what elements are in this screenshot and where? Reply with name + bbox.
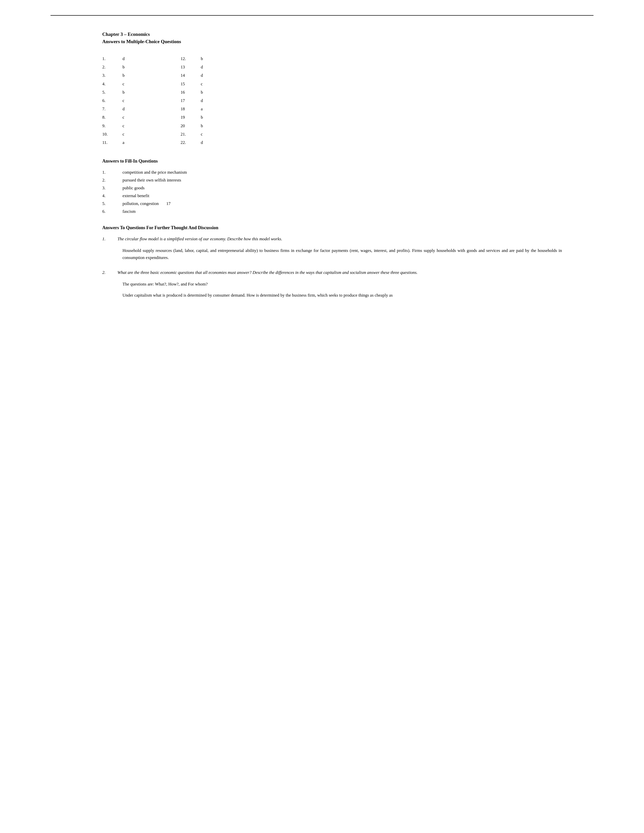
mcq-num: 1. <box>102 55 115 62</box>
mcq-ans: c <box>122 80 130 87</box>
discussion-question: 2.What are the three basic economic ques… <box>102 269 562 276</box>
discussion-section: 1.The circular flow model is a simplifie… <box>102 235 562 299</box>
mcq-ans: c <box>122 114 130 121</box>
mcq-row: 12.b <box>180 55 208 62</box>
discussion-answer: Household supply resources (land, labor,… <box>122 247 562 262</box>
mcq-row: 22.d <box>180 139 208 146</box>
fillin-text: public goods <box>122 185 562 192</box>
fillin-text: pursued their own selfish interests <box>122 177 562 184</box>
mcq-row: 3.b <box>102 72 130 79</box>
fillin-num: 3. <box>102 185 113 192</box>
mcq-ans: b <box>201 122 208 129</box>
mcq-num: 3. <box>102 72 115 79</box>
mcq-row: 8.c <box>102 114 130 121</box>
chapter-title-line2: Answers to Multiple-Choice Questions <box>102 38 562 45</box>
mcq-num: 2. <box>102 64 115 71</box>
mcq-ans: d <box>122 55 130 62</box>
fillin-item: 5.pollution, congestion17 <box>102 200 562 207</box>
mcq-num: 4. <box>102 80 115 87</box>
mcq-num: 10. <box>102 131 115 138</box>
mcq-num: 9. <box>102 122 115 129</box>
mcq-row: 18a <box>180 106 208 113</box>
mcq-row: 17d <box>180 97 208 104</box>
fillin-num: 1. <box>102 169 113 176</box>
top-border <box>50 15 594 16</box>
mcq-num: 17 <box>180 97 193 104</box>
mcq-row: 10.c <box>102 131 130 138</box>
fillin-heading: Answers to Fill-In Questions <box>102 159 562 164</box>
mcq-row: 21.c <box>180 131 208 138</box>
discussion-question: 1.The circular flow model is a simplifie… <box>102 235 562 242</box>
mcq-num: 12. <box>180 55 193 62</box>
fillin-item: 3.public goods <box>102 185 562 192</box>
mcq-right-column: 12.b13d14d15c16b17d18a19b20b21.c22.d <box>180 55 208 146</box>
mcq-grid: 1.d2.b3.b4.c5.b6.c7.d8.c9.c10.c11.a 12.b… <box>102 55 562 146</box>
mcq-ans: b <box>122 72 130 79</box>
page-content: Chapter 3 – Economics Answers to Multipl… <box>82 31 562 299</box>
mcq-num: 14 <box>180 72 193 79</box>
mcq-row: 15c <box>180 80 208 87</box>
mcq-num: 19 <box>180 114 193 121</box>
mcq-num: 20 <box>180 122 193 129</box>
mcq-row: 1.d <box>102 55 130 62</box>
fillin-item: 6.fascism <box>102 208 562 215</box>
mcq-num: 8. <box>102 114 115 121</box>
mcq-ans: b <box>201 114 208 121</box>
mcq-ans: c <box>201 80 208 87</box>
mcq-num: 15 <box>180 80 193 87</box>
discussion-question-text: What are the three basic economic questi… <box>118 269 417 276</box>
mcq-ans: b <box>122 64 130 71</box>
fillin-item: 1.competition and the price mechanism <box>102 169 562 176</box>
mcq-ans: d <box>201 64 208 71</box>
mcq-row: 14d <box>180 72 208 79</box>
fillin-num: 5. <box>102 200 113 207</box>
mcq-num: 13 <box>180 64 193 71</box>
mcq-row: 16b <box>180 89 208 96</box>
discussion-q-num: 2. <box>102 269 113 276</box>
mcq-ans: c <box>201 131 208 138</box>
fillin-text: fascism <box>122 208 562 215</box>
mcq-ans: a <box>201 106 208 113</box>
mcq-num: 21. <box>180 131 193 138</box>
fillin-num: 4. <box>102 192 113 199</box>
mcq-row: 2.b <box>102 64 130 71</box>
fillin-text: pollution, congestion17 <box>122 200 562 207</box>
mcq-num: 6. <box>102 97 115 104</box>
mcq-left-column: 1.d2.b3.b4.c5.b6.c7.d8.c9.c10.c11.a <box>102 55 130 146</box>
fillin-text: competition and the price mechanism <box>122 169 562 176</box>
mcq-num: 18 <box>180 106 193 113</box>
mcq-row: 20b <box>180 122 208 129</box>
fillin-num: 6. <box>102 208 113 215</box>
fillin-list: 1.competition and the price mechanism2.p… <box>102 169 562 215</box>
further-heading: Answers To Questions For Further Thought… <box>102 225 562 230</box>
mcq-num: 11. <box>102 139 115 146</box>
mcq-num: 22. <box>180 139 193 146</box>
discussion-item: 2.What are the three basic economic ques… <box>102 269 562 299</box>
mcq-ans: d <box>201 139 208 146</box>
mcq-ans: c <box>122 97 130 104</box>
mcq-ans: d <box>201 97 208 104</box>
fillin-item: 2.pursued their own selfish interests <box>102 177 562 184</box>
mcq-ans: a <box>122 139 130 146</box>
mcq-row: 9.c <box>102 122 130 129</box>
mcq-ans: b <box>201 89 208 96</box>
fillin-item: 4.external benefit <box>102 192 562 199</box>
mcq-num: 16 <box>180 89 193 96</box>
mcq-num: 5. <box>102 89 115 96</box>
mcq-row: 5.b <box>102 89 130 96</box>
mcq-ans: d <box>122 106 130 113</box>
mcq-row: 4.c <box>102 80 130 87</box>
fillin-num: 2. <box>102 177 113 184</box>
mcq-ans: c <box>122 131 130 138</box>
mcq-ans: c <box>122 122 130 129</box>
mcq-row: 6.c <box>102 97 130 104</box>
fillin-text: external benefit <box>122 192 562 199</box>
page-number: 17 <box>166 201 171 206</box>
mcq-row: 7.d <box>102 106 130 113</box>
chapter-title: Chapter 3 – Economics Answers to Multipl… <box>102 31 562 45</box>
mcq-ans: b <box>201 55 208 62</box>
mcq-num: 7. <box>102 106 115 113</box>
discussion-item: 1.The circular flow model is a simplifie… <box>102 235 562 262</box>
discussion-answer: The questions are: What?, How?, and For … <box>122 281 562 288</box>
discussion-question-text: The circular flow model is a simplified … <box>118 235 282 242</box>
